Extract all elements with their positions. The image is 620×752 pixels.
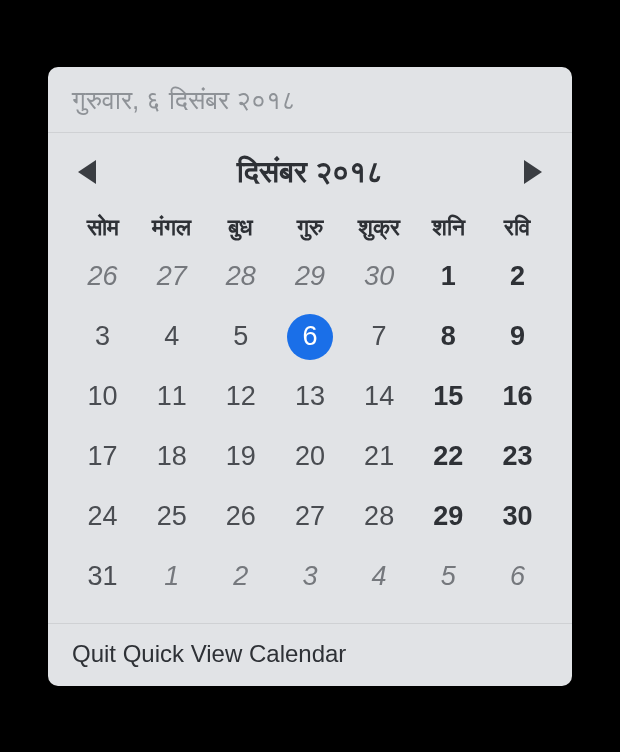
- day-cell[interactable]: 14: [345, 367, 414, 427]
- today-indicator: 6: [287, 314, 333, 360]
- weekday-label: मंगल: [137, 214, 206, 241]
- weekday-label: बुध: [206, 214, 275, 241]
- day-cell[interactable]: 7: [345, 307, 414, 367]
- month-year-title: दिसंबर २०१८: [237, 155, 383, 190]
- quit-menu-item[interactable]: Quit Quick View Calendar: [48, 623, 572, 686]
- day-cell[interactable]: 22: [414, 427, 483, 487]
- day-cell[interactable]: 13: [275, 367, 344, 427]
- weekday-label: रवि: [483, 214, 552, 241]
- day-cell[interactable]: 21: [345, 427, 414, 487]
- day-cell[interactable]: 24: [68, 487, 137, 547]
- day-cell[interactable]: 8: [414, 307, 483, 367]
- weekday-label: गुरु: [275, 214, 344, 241]
- month-nav: दिसंबर २०१८: [48, 133, 572, 200]
- day-cell[interactable]: 29: [275, 247, 344, 307]
- day-cell[interactable]: 12: [206, 367, 275, 427]
- day-cell[interactable]: 31: [68, 547, 137, 607]
- day-cell[interactable]: 5: [206, 307, 275, 367]
- day-cell[interactable]: 11: [137, 367, 206, 427]
- day-cell[interactable]: 26: [68, 247, 137, 307]
- day-cell[interactable]: 26: [206, 487, 275, 547]
- day-cell[interactable]: 17: [68, 427, 137, 487]
- day-cell[interactable]: 4: [345, 547, 414, 607]
- weekday-header-row: सोम मंगल बुध गुरु शुक्र शनि रवि: [48, 200, 572, 247]
- day-cell[interactable]: 30: [345, 247, 414, 307]
- day-cell[interactable]: 6: [483, 547, 552, 607]
- calendar-popup: गुरुवार, ६ दिसंबर २०१८ दिसंबर २०१८ सोम म…: [48, 67, 572, 686]
- day-cell[interactable]: 4: [137, 307, 206, 367]
- day-cell[interactable]: 15: [414, 367, 483, 427]
- weekday-label: सोम: [68, 214, 137, 241]
- day-cell[interactable]: 3: [68, 307, 137, 367]
- day-cell[interactable]: 27: [275, 487, 344, 547]
- day-cell[interactable]: 18: [137, 427, 206, 487]
- day-cell[interactable]: 2: [483, 247, 552, 307]
- day-cell[interactable]: 28: [206, 247, 275, 307]
- day-cell[interactable]: 10: [68, 367, 137, 427]
- day-cell[interactable]: 25: [137, 487, 206, 547]
- day-cell[interactable]: 19: [206, 427, 275, 487]
- days-grid: 2627282930123456789101112131415161718192…: [48, 247, 572, 623]
- day-cell[interactable]: 9: [483, 307, 552, 367]
- day-cell[interactable]: 1: [137, 547, 206, 607]
- next-month-button[interactable]: [524, 160, 542, 184]
- weekday-label: शनि: [414, 214, 483, 241]
- day-cell[interactable]: 23: [483, 427, 552, 487]
- weekday-label: शुक्र: [345, 214, 414, 241]
- day-cell[interactable]: 3: [275, 547, 344, 607]
- day-cell[interactable]: 1: [414, 247, 483, 307]
- day-cell[interactable]: 5: [414, 547, 483, 607]
- day-cell[interactable]: 29: [414, 487, 483, 547]
- day-cell[interactable]: 27: [137, 247, 206, 307]
- day-cell[interactable]: 30: [483, 487, 552, 547]
- header-full-date: गुरुवार, ६ दिसंबर २०१८: [48, 67, 572, 133]
- day-cell[interactable]: 6: [275, 307, 344, 367]
- day-cell[interactable]: 28: [345, 487, 414, 547]
- prev-month-button[interactable]: [78, 160, 96, 184]
- day-cell[interactable]: 2: [206, 547, 275, 607]
- day-cell[interactable]: 20: [275, 427, 344, 487]
- day-cell[interactable]: 16: [483, 367, 552, 427]
